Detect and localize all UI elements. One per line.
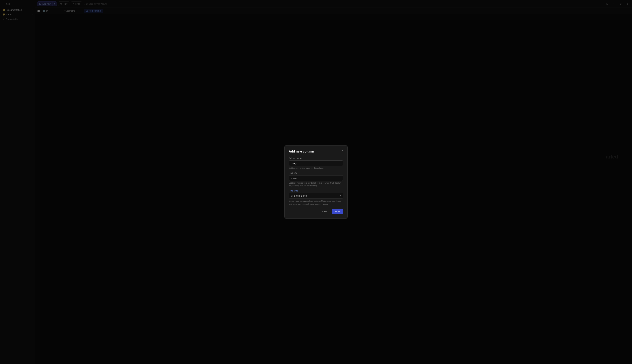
modal-title: Add new column <box>289 150 343 154</box>
cancel-button[interactable]: Cancel <box>317 209 330 214</box>
field-type-hint: Single value from predefined options. Op… <box>289 200 343 205</box>
add-column-modal: Add new column × Column name Set the use… <box>284 145 348 219</box>
column-name-label: Column name <box>289 157 343 159</box>
field-key-hint: Set the Firestore field key to link to t… <box>289 182 343 187</box>
next-button[interactable]: Next <box>332 209 343 214</box>
field-type-select[interactable]: ⊞ Single Select ▾ <box>289 193 343 198</box>
modal-close-button[interactable]: × <box>340 148 345 152</box>
field-key-label: Field key <box>289 172 343 174</box>
field-type-label: Field type <box>289 190 343 192</box>
modal-overlay: Add new column × Column name Set the use… <box>0 0 632 364</box>
column-name-hint: Set the user-facing name for this column… <box>289 167 343 169</box>
modal-footer: Cancel Next <box>289 209 343 214</box>
field-type-icon: ⊞ <box>291 194 293 197</box>
field-type-dropdown-arrow: ▾ <box>340 194 341 197</box>
field-type-value: Single Select <box>294 194 339 197</box>
field-key-input[interactable] <box>289 175 343 181</box>
column-name-input[interactable] <box>289 160 343 166</box>
